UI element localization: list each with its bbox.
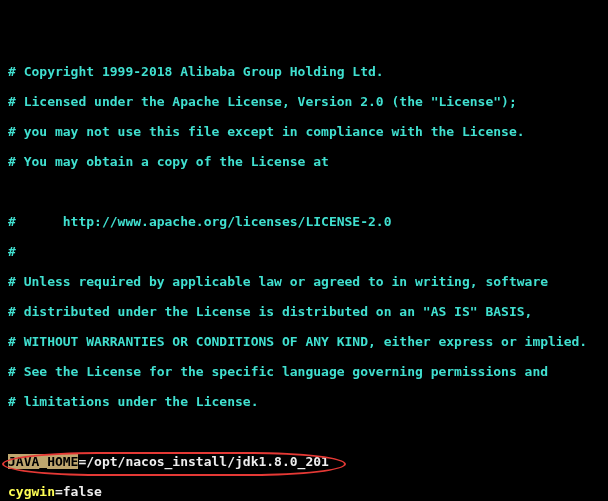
license-line: # Licensed under the Apache License, Ver… — [8, 94, 604, 109]
var-name: cygwin — [8, 484, 55, 499]
var-java-home: JAVA_HOME — [8, 454, 78, 469]
flag-cygwin: cygwin=false — [8, 484, 604, 499]
license-line: # See the License for the specific langu… — [8, 364, 604, 379]
license-line: # WITHOUT WARRANTIES OR CONDITIONS OF AN… — [8, 334, 604, 349]
license-line: # you may not use this file except in co… — [8, 124, 604, 139]
license-line: # http://www.apache.org/licenses/LICENSE… — [8, 214, 604, 229]
blank-line — [8, 184, 604, 199]
license-line: # You may obtain a copy of the License a… — [8, 154, 604, 169]
blank-line — [8, 424, 604, 439]
java-home-value: /opt/nacos_install/jdk1.8.0_201 — [86, 454, 329, 469]
java-home-line: JAVA_HOME=/opt/nacos_install/jdk1.8.0_20… — [8, 454, 604, 469]
var-value: =false — [55, 484, 102, 499]
license-line: # limitations under the License. — [8, 394, 604, 409]
license-line: # — [8, 244, 604, 259]
license-line: # Copyright 1999-2018 Alibaba Group Hold… — [8, 64, 604, 79]
license-line: # Unless required by applicable law or a… — [8, 274, 604, 289]
license-line: # distributed under the License is distr… — [8, 304, 604, 319]
